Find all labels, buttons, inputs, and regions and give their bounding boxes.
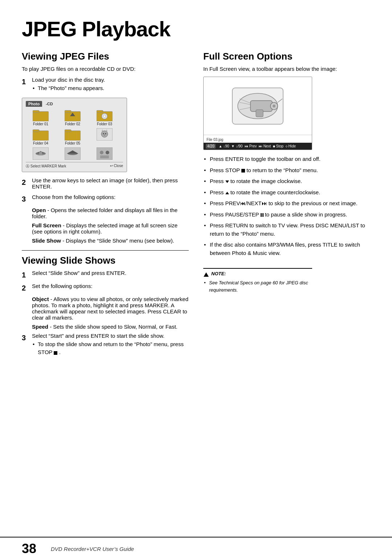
ss-step3-num: 3 — [22, 333, 30, 343]
step1: 1 Load your disc in the disc tray. The “… — [22, 77, 189, 94]
right-bullets-list: Press ENTER to toggle the toolbar on and… — [203, 155, 370, 257]
folder-grid: Folder 01 Folder 02 — [26, 109, 123, 160]
folder-icon-1 — [33, 109, 49, 121]
photo-menu-screenshot: Photo -CD Folder 01 — [22, 98, 127, 172]
arrow-up-icon — [225, 192, 229, 194]
option-object-desc: - Allows you to view all photos, or only… — [32, 296, 188, 321]
section2-heading: Viewing Slide Shows — [22, 255, 189, 266]
folder-item-cat — [90, 128, 119, 145]
page-number: 38 — [22, 541, 44, 556]
note-triangle-icon — [203, 272, 209, 277]
step2-num: 2 — [22, 177, 30, 187]
plane1-icon — [33, 147, 49, 160]
bullet-5: Press PREV⏮/NEXT⏭ to skip to the previou… — [203, 199, 370, 208]
step1-num: 1 — [22, 77, 30, 87]
step1-content: Load your disc in the disc tray. The “Ph… — [32, 77, 189, 93]
ss-step1: 1 Select “Slide Show” and press ENTER. — [22, 270, 189, 280]
svg-point-29 — [106, 151, 109, 154]
option-speed: Speed - Sets the slide show speed to Slo… — [32, 324, 189, 330]
main-columns: Viewing JPEG Files To play JPEG files on… — [22, 51, 370, 361]
section1-heading: Viewing JPEG Files — [22, 51, 189, 62]
photo-menu-header: Photo -CD — [26, 101, 123, 107]
cat-icon — [97, 128, 113, 141]
svg-rect-6 — [97, 110, 103, 113]
toolbar-controls: ▲ ↓90 ▼ ↓/90 ⏮ Prev ⏭ Next ■ Stop ⊙ Hide — [219, 144, 296, 148]
ss-step2-num: 2 — [22, 283, 30, 293]
folder-icon-4 — [33, 128, 49, 141]
ss-step2: 2 Set the following options: — [22, 283, 189, 293]
svg-rect-11 — [65, 131, 81, 141]
ss-step3-bullet: To stop the slide show and return to the… — [32, 340, 189, 357]
svg-point-18 — [105, 133, 106, 134]
ss-step2-main: Set the following options: — [32, 283, 189, 289]
ss-step3-main: Select “Start” and press ENTER to start … — [32, 333, 189, 339]
note-bullet-1: See Technical Specs on page 60 for JPEG … — [203, 279, 312, 293]
option-open-term: Open — [32, 207, 46, 213]
ss-step2-content: Set the following options: — [32, 283, 189, 289]
pause-icon — [261, 213, 264, 217]
folder-item-plane2 — [58, 147, 87, 160]
footer-text: DVD Recorder+VCR User’s Guide — [51, 546, 134, 552]
step3-content: Choose from the following options: — [32, 194, 189, 200]
fullscreen-image-svg — [221, 81, 294, 131]
option-fullscreen-term: Full Screen — [32, 222, 61, 228]
folder-label-3: Folder 03 — [97, 122, 112, 126]
svg-point-14 — [101, 131, 108, 137]
option-speed-desc: - Sets the slide show speed to Slow, Nor… — [50, 324, 177, 330]
option-slideshow: Slide Show - Displays the “Slide Show” m… — [32, 238, 189, 244]
folder-label-4: Folder 04 — [33, 141, 48, 145]
page-title: JPEG Playback — [22, 17, 370, 41]
step2-main: Use the arrow keys to select an image (o… — [32, 177, 189, 190]
fullscreen-toolbar: 4/20 ▲ ↓90 ▼ ↓/90 ⏮ Prev ⏭ Next ■ Stop ⊙… — [204, 143, 312, 150]
folder-icon-5 — [65, 128, 81, 141]
option-slideshow-term: Slide Show — [32, 238, 61, 244]
fullscreen-preview-box: File 03.jpg 4/20 ▲ ↓90 ▼ ↓/90 ⏮ Prev ⏭ N… — [203, 77, 312, 150]
arrow-down-icon — [225, 180, 229, 183]
step1-bullet1: The “Photo” menu appears. — [32, 84, 189, 93]
svg-rect-1 — [33, 110, 39, 113]
svg-rect-9 — [33, 131, 49, 141]
menu-footer-left: Ⓐ Select MARKER Mark — [26, 164, 66, 169]
photo-cd: -CD — [46, 102, 53, 106]
note-text: See Technical Specs on page 60 for JPEG … — [209, 280, 308, 293]
mixed-icon — [97, 147, 113, 160]
bullet-7: Press RETURN to switch to TV view. Press… — [203, 222, 370, 238]
stop-icon — [54, 351, 57, 355]
stop-icon-2 — [241, 169, 245, 173]
section-right-heading: Full Screen Options — [203, 51, 370, 62]
page-container: JPEG Playback Viewing JPEG Files To play… — [0, 0, 392, 383]
section1-intro: To play JPEG files on a recordable CD or… — [22, 65, 189, 73]
ss-step1-num: 1 — [22, 270, 30, 280]
svg-point-28 — [100, 151, 103, 154]
svg-rect-3 — [65, 110, 71, 113]
folder-item-5: Folder 05 — [58, 128, 87, 145]
bottom-bar: 38 DVD Recorder+VCR User’s Guide — [0, 537, 392, 560]
svg-point-8 — [103, 115, 106, 117]
ss-step1-content: Select “Slide Show” and press ENTER. — [32, 270, 189, 276]
svg-rect-12 — [65, 130, 71, 132]
folder-item-3: Folder 03 — [90, 109, 119, 126]
note-header: NOTE: — [203, 271, 312, 278]
menu-footer-right: ↩ Close — [110, 164, 123, 169]
step2-content: Use the arrow keys to select an image (o… — [32, 177, 189, 190]
note-title: NOTE: — [211, 271, 226, 276]
bullet-4: Press to rotate the image counterclockwi… — [203, 188, 370, 197]
step1-main: Load your disc in the disc tray. — [32, 77, 189, 83]
note-box: NOTE: See Technical Specs on page 60 for… — [203, 268, 312, 293]
section-right-intro: In Full Screen view, a toolbar appears b… — [203, 65, 370, 73]
option-object: Object - Allows you to view all photos, … — [32, 296, 189, 321]
folder-item-mixed — [90, 147, 119, 160]
folder-label-1: Folder 01 — [33, 122, 48, 126]
left-column: Viewing JPEG Files To play JPEG files on… — [22, 51, 189, 361]
ss-step3-content: Select “Start” and press ENTER to start … — [32, 333, 189, 357]
svg-point-19 — [104, 135, 105, 135]
folder-item-4: Folder 04 — [26, 128, 56, 145]
photo-menu-footer: Ⓐ Select MARKER Mark ↩ Close — [26, 162, 123, 169]
step3: 3 Choose from the following options: — [22, 194, 189, 204]
file-label-row: File 03.jpg — [204, 135, 312, 143]
fullscreen-image-area — [204, 77, 312, 135]
folder-label-2: Folder 02 — [65, 122, 80, 126]
options-list: Open - Opens the selected folder and dis… — [32, 207, 189, 244]
folder-label-5: Folder 05 — [65, 141, 80, 145]
bullet-6: Press PAUSE/STEP to pause a slide show i… — [203, 211, 370, 219]
